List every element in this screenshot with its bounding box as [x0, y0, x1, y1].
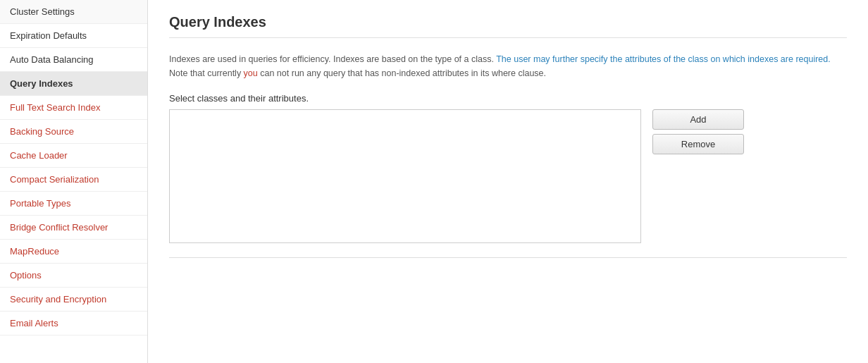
sidebar-item-cache-loader[interactable]: Cache Loader [0, 144, 147, 168]
classes-listbox[interactable] [169, 109, 641, 243]
sidebar-item-options[interactable]: Options [0, 264, 147, 288]
select-classes-label: Select classes and their attributes. [169, 93, 847, 104]
sidebar-item-backing-source[interactable]: Backing Source [0, 120, 147, 144]
description-part1: Indexes are used in queries for efficien… [169, 54, 831, 64]
divider [169, 257, 847, 258]
panel-area: Add Remove [169, 109, 847, 243]
remove-button[interactable]: Remove [652, 134, 744, 154]
sidebar-item-compact-serialization[interactable]: Compact Serialization [0, 168, 147, 192]
button-group: Add Remove [652, 109, 744, 154]
sidebar-item-mapreduce[interactable]: MapReduce [0, 240, 147, 264]
description-part2: Note that currently you can not run any … [169, 68, 546, 78]
sidebar-item-bridge-conflict-resolver[interactable]: Bridge Conflict Resolver [0, 216, 147, 240]
main-content: Query Indexes Indexes are used in querie… [148, 0, 868, 363]
add-button[interactable]: Add [652, 109, 744, 130]
sidebar-item-cluster-settings[interactable]: Cluster Settings [0, 0, 147, 24]
sidebar-item-security-and-encryption[interactable]: Security and Encryption [0, 288, 147, 312]
sidebar-item-email-alerts[interactable]: Email Alerts [0, 312, 147, 336]
sidebar: Cluster SettingsExpiration DefaultsAuto … [0, 0, 148, 363]
sidebar-item-auto-data-balancing[interactable]: Auto Data Balancing [0, 48, 147, 72]
description-text: Indexes are used in queries for efficien… [169, 52, 847, 80]
sidebar-item-expiration-defaults[interactable]: Expiration Defaults [0, 24, 147, 48]
page-title: Query Indexes [169, 14, 847, 38]
sidebar-item-query-indexes[interactable]: Query Indexes [0, 72, 147, 96]
sidebar-item-full-text-search-index[interactable]: Full Text Search Index [0, 96, 147, 120]
sidebar-item-portable-types[interactable]: Portable Types [0, 192, 147, 216]
